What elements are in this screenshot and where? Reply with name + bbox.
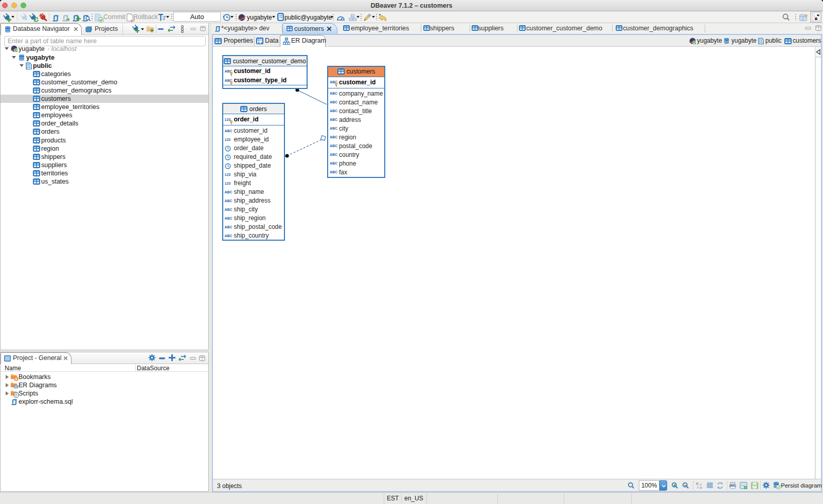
svg-text:★: ★ xyxy=(14,377,17,381)
